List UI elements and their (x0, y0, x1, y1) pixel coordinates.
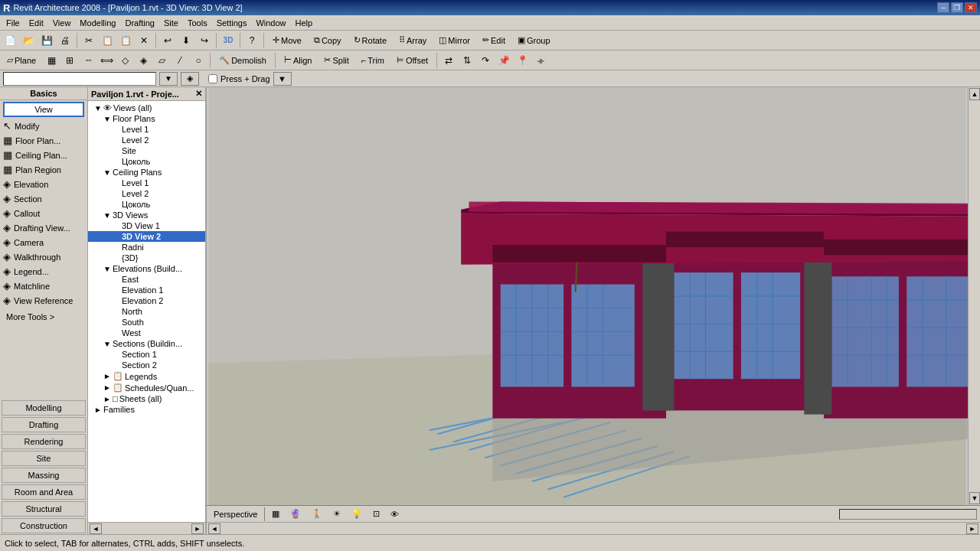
restore-button[interactable]: ❐ (951, 2, 963, 13)
cut-button[interactable]: ✂ (80, 32, 97, 49)
flip-button[interactable]: ⇄ (440, 52, 457, 69)
view-button[interactable]: View (3, 102, 84, 117)
sidebar-item-elevation[interactable]: ◈ Elevation (0, 177, 87, 191)
model-text-button[interactable]: ▱ (153, 52, 170, 69)
dimension-button[interactable]: ◇ (116, 52, 133, 69)
rotate-90-button[interactable]: ↷ (477, 52, 494, 69)
sidebar-item-modify[interactable]: ↖ Modify (0, 119, 87, 133)
minimize-button[interactable]: ─ (937, 2, 949, 13)
massing-button[interactable]: Massing (2, 468, 86, 483)
tree-node-level1-cp[interactable]: Level 1 (88, 178, 205, 188)
tree-node-3dview2[interactable]: 3D View 2 (88, 231, 205, 242)
tree-node-families[interactable]: ► Families (88, 404, 205, 415)
vc-sun-btn[interactable]: ☀ (329, 507, 345, 520)
tree-node-ceiling-plans[interactable]: ▼ Ceiling Plans (88, 167, 205, 178)
work-plane-button[interactable]: ▦ (43, 52, 60, 69)
rotate-tool-button[interactable]: ↻ Rotate (348, 32, 392, 49)
tree-node-schedules[interactable]: ► 📋 Schedules/Quan... (88, 382, 205, 393)
menu-view[interactable]: View (48, 18, 76, 28)
tree-node-elevation2[interactable]: Elevation 2 (88, 295, 205, 306)
tree-node-tsokolb-fp[interactable]: Цоколь (88, 156, 205, 167)
plane-button[interactable]: ▱ Plane (2, 52, 41, 69)
demolish-button[interactable]: 🔨 Demolish (214, 52, 272, 69)
split-button[interactable]: ✂ Split (318, 52, 354, 69)
align-button[interactable]: ⊢ Align (279, 52, 317, 69)
paste-button[interactable]: 📋 (117, 32, 134, 49)
vc-render-btn[interactable]: 🔮 (286, 507, 305, 520)
tree-node-3dview1[interactable]: 3D View 1 (88, 220, 205, 231)
hscroll-right-btn[interactable]: ► (966, 523, 978, 534)
room-and-area-button[interactable]: Room and Area (2, 484, 86, 500)
perspective-button[interactable]: Perspective (210, 508, 261, 520)
tree-node-east[interactable]: East (88, 274, 205, 285)
view-3d-button[interactable]: 3D (220, 32, 237, 49)
sidebar-item-camera[interactable]: ◈ Camera (0, 235, 87, 249)
menu-file[interactable]: File (2, 18, 24, 28)
tag-button[interactable]: ◈ (135, 52, 152, 69)
new-button[interactable]: 📄 (2, 32, 18, 49)
press-drag-checkbox[interactable] (208, 74, 217, 83)
tree-node-legends[interactable]: ► 📋 Legends (88, 370, 205, 382)
pb-scroll-right[interactable]: ► (191, 523, 204, 534)
pin-button[interactable]: 📌 (495, 52, 512, 69)
trim-button[interactable]: ⌐ Trim (356, 52, 390, 69)
preview-button[interactable]: ◈ (181, 72, 199, 86)
type-selector-dropdown[interactable]: ▼ (159, 72, 178, 86)
copy-tool-button[interactable]: ⧉ Copy (309, 32, 347, 49)
vc-crop-btn[interactable]: ⊡ (369, 507, 384, 520)
menu-edit[interactable]: Edit (24, 18, 48, 28)
menu-window[interactable]: Window (251, 18, 290, 28)
undo-button[interactable]: ↩ (159, 32, 176, 49)
save-button[interactable]: 💾 (38, 32, 55, 49)
tree-node-views-all[interactable]: ▼ 👁 Views (all) (88, 103, 205, 113)
print-button[interactable]: 🖨 (57, 32, 74, 49)
tree-node-section2[interactable]: Section 2 (88, 360, 205, 370)
tree-node-sheets[interactable]: ► □ Sheets (all) (88, 393, 205, 404)
hscrollbar-bottom[interactable]: ◄ ► (207, 522, 980, 534)
more-tools-button[interactable]: More Tools > (3, 311, 84, 323)
close-button[interactable]: ✕ (965, 2, 977, 13)
measure-button[interactable]: ⟺ (98, 52, 115, 69)
view-area[interactable] (207, 87, 968, 505)
tree-node-south[interactable]: South (88, 317, 205, 328)
array-tool-button[interactable]: ⠿ Array (394, 32, 432, 49)
tree-node-level1-fp[interactable]: Level 1 (88, 124, 205, 135)
menu-help[interactable]: Help (291, 18, 318, 28)
type-selector[interactable] (3, 72, 156, 86)
hscroll-left-btn[interactable]: ◄ (208, 523, 220, 534)
tree-node-tsokolb-cp[interactable]: Цоколь (88, 199, 205, 210)
pb-scroll-left[interactable]: ◄ (90, 523, 102, 534)
menu-drafting[interactable]: Drafting (120, 18, 159, 28)
ref-plane-button[interactable]: ╌ (80, 52, 96, 69)
right-scrollbar[interactable]: ▲ ▼ (968, 87, 980, 505)
scroll-up-button[interactable]: ▲ (969, 88, 980, 100)
offset-button[interactable]: ⊨ Offset (391, 52, 433, 69)
filter-button[interactable]: ▼ (273, 72, 292, 86)
menu-settings[interactable]: Settings (212, 18, 252, 28)
tree-node-level2-fp[interactable]: Level 2 (88, 135, 205, 145)
sidebar-item-section[interactable]: ◈ Section (0, 191, 87, 206)
scroll-down-button[interactable]: ▼ (969, 492, 980, 504)
help-button[interactable]: ? (243, 32, 260, 49)
construction-button[interactable]: Construction (2, 518, 86, 533)
vc-walk-btn[interactable]: 🚶 (308, 507, 326, 520)
vc-eye-btn[interactable]: 👁 (387, 508, 403, 520)
tree-node-floor-plans[interactable]: ▼ Floor Plans (88, 113, 205, 124)
extra-btn1[interactable]: ⟛ (532, 52, 549, 69)
sidebar-item-ceiling-plan[interactable]: ▦ Ceiling Plan... (0, 148, 87, 162)
mirror-tool-button[interactable]: ◫ Mirror (433, 32, 475, 49)
copy-btn[interactable]: 📋 (99, 32, 116, 49)
sidebar-item-legend[interactable]: ◈ Legend... (0, 264, 87, 279)
structural-button[interactable]: Structural (2, 501, 86, 517)
move-tool-button[interactable]: ✛ Move (267, 32, 307, 49)
sidebar-item-callout[interactable]: ◈ Callout (0, 206, 87, 220)
vc-light-btn[interactable]: 💡 (348, 507, 366, 520)
flip-v-button[interactable]: ⇅ (459, 52, 475, 69)
menu-tools[interactable]: Tools (183, 18, 212, 28)
edit-tool-button[interactable]: ✏ Edit (477, 32, 511, 49)
site-bottom-button[interactable]: Site (2, 451, 86, 466)
unpin-button[interactable]: 📍 (514, 52, 531, 69)
sidebar-item-drafting-view[interactable]: ◈ Drafting View... (0, 220, 87, 235)
drafting-button[interactable]: Drafting (2, 417, 86, 432)
group-tool-button[interactable]: ▣ Group (512, 32, 556, 49)
